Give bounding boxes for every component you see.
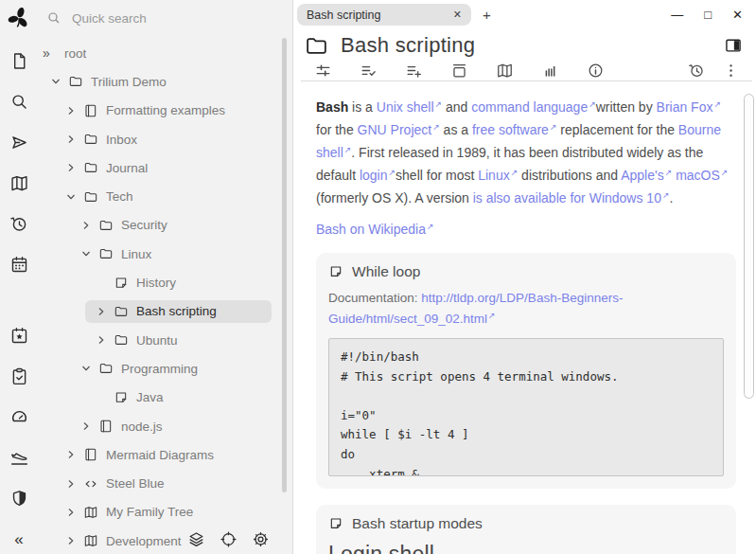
- chevron-right-icon[interactable]: [79, 219, 98, 232]
- new-tab-button[interactable]: +: [483, 7, 491, 23]
- tree-item-programming[interactable]: Programming: [38, 354, 292, 383]
- note-revisions-button[interactable]: [688, 62, 707, 80]
- book-icon: [83, 447, 103, 462]
- chevron-down-icon[interactable]: [49, 75, 68, 88]
- tree-item-bash-scripting[interactable]: Bash scripting: [38, 297, 292, 326]
- chevron-right-icon[interactable]: [64, 448, 83, 461]
- note-paths-button[interactable]: [450, 62, 469, 80]
- external-link-icon: ↗: [721, 168, 729, 177]
- card-header[interactable]: Bash startup modes: [328, 515, 724, 532]
- close-button[interactable]: ✕: [732, 9, 743, 21]
- link-login[interactable]: login: [360, 168, 388, 183]
- link-brian-fox[interactable]: Brian Fox: [657, 99, 713, 115]
- scroll-to-active-note-button[interactable]: [220, 530, 237, 548]
- chevron-right-icon[interactable]: [64, 161, 83, 174]
- note-title[interactable]: Bash scripting: [341, 33, 475, 58]
- task-manager-button[interactable]: [7, 365, 31, 387]
- inherited-attributes-button[interactable]: [405, 62, 424, 80]
- tree-item-security[interactable]: Security: [38, 211, 292, 240]
- chevron-down-icon[interactable]: [64, 190, 83, 204]
- owned-attributes-button[interactable]: [360, 62, 378, 80]
- chevron-right-icon[interactable]: [95, 305, 114, 318]
- tree-item-label: Inbox: [106, 133, 137, 147]
- tree-item-node-js[interactable]: node.js: [38, 412, 292, 440]
- tree-item-trilium-demo[interactable]: Trilium Demo: [38, 67, 292, 96]
- maximize-button[interactable]: □: [704, 9, 712, 21]
- note-tree-panel: Quick search »rootTrilium DemoFormatting…: [38, 0, 292, 554]
- jump-to-note-button[interactable]: [7, 131, 31, 153]
- toggle-right-pane-icon[interactable]: [724, 36, 743, 55]
- chevron-right-icon[interactable]: [64, 104, 83, 117]
- link-is-also-available-for-windows-10[interactable]: is also available for Windows 10: [473, 190, 661, 206]
- tree-item-history[interactable]: History: [38, 268, 292, 296]
- chevron-right-icon[interactable]: [95, 333, 114, 347]
- calendar-button[interactable]: [7, 253, 31, 276]
- external-link-icon: ↗: [665, 168, 673, 177]
- card-header[interactable]: While loop: [328, 263, 724, 280]
- documentation-label: Documentation:: [328, 291, 421, 305]
- link-unix-shell[interactable]: Unix shell: [377, 99, 434, 115]
- link-gnu-project[interactable]: GNU Project: [358, 122, 432, 137]
- search-button[interactable]: [7, 90, 31, 113]
- similar-notes-button[interactable]: [541, 62, 560, 80]
- chevrons-left-icon: «: [14, 531, 23, 547]
- note-map-button[interactable]: [496, 62, 515, 80]
- chevron-right-icon[interactable]: [64, 133, 83, 146]
- tree-item-inbox[interactable]: Inbox: [38, 125, 292, 153]
- bookmarks-button[interactable]: [7, 324, 31, 347]
- tab-bash-scripting[interactable]: Bash scripting ✕: [297, 4, 471, 26]
- travel-button[interactable]: [7, 446, 31, 469]
- search-icon: [46, 10, 62, 26]
- tab-close-icon[interactable]: ✕: [453, 9, 462, 21]
- code-block[interactable]: #!/bin/bash # This script opens 4 termin…: [328, 338, 724, 476]
- link-free-software[interactable]: free software: [472, 122, 549, 137]
- root-expander-icon[interactable]: »: [43, 45, 62, 61]
- minimize-button[interactable]: —: [671, 9, 683, 21]
- new-note-button[interactable]: [7, 49, 31, 72]
- bash-wikipedia-link[interactable]: Bash on Wikipedia: [316, 222, 426, 237]
- link-command-language[interactable]: command language: [471, 99, 588, 115]
- content-scrollbar[interactable]: [744, 94, 754, 554]
- chevron-down-icon[interactable]: [79, 362, 98, 375]
- tree-item-label: Tech: [106, 189, 133, 204]
- chevron-right-icon[interactable]: [64, 534, 83, 547]
- tree-item-linux[interactable]: Linux: [38, 240, 292, 268]
- chevron-right-icon[interactable]: [64, 477, 83, 491]
- list-check-icon: [360, 62, 378, 80]
- tree-item-steel-blue[interactable]: Steel Blue: [38, 469, 292, 497]
- link-linux[interactable]: Linux: [478, 168, 509, 183]
- basic-properties-button[interactable]: [314, 62, 333, 80]
- calendar-icon: [9, 255, 29, 275]
- protected-session-button[interactable]: [7, 487, 31, 509]
- sync-status-button[interactable]: [187, 530, 205, 548]
- tab-label: Bash scripting: [307, 9, 381, 22]
- chevron-right-icon[interactable]: [79, 420, 98, 433]
- card-title[interactable]: While loop: [352, 263, 420, 280]
- tree-item-mermaid-diagrams[interactable]: Mermaid Diagrams: [38, 440, 292, 469]
- dashboard-button[interactable]: [7, 405, 31, 428]
- tree-item-journal[interactable]: Journal: [38, 153, 292, 182]
- chevron-down-icon[interactable]: [79, 247, 98, 260]
- content-scrollbar-thumb[interactable]: [744, 94, 754, 399]
- recent-changes-button[interactable]: [7, 212, 31, 235]
- note-actions-menu-button[interactable]: [722, 62, 741, 80]
- quick-search-input[interactable]: Quick search: [38, 0, 292, 36]
- link-macos[interactable]: macOS: [676, 168, 720, 183]
- note-map-button[interactable]: [7, 171, 31, 194]
- tree-item-tech[interactable]: Tech: [38, 182, 292, 210]
- tree-item-root[interactable]: »root: [38, 39, 292, 67]
- chevron-right-icon[interactable]: [64, 506, 83, 519]
- link-apple-s[interactable]: Apple's: [621, 168, 663, 183]
- tree-item-formatting-examples[interactable]: Formatting examples: [38, 97, 292, 125]
- tree-settings-button[interactable]: [252, 530, 270, 548]
- tree-item-my-family-tree[interactable]: My Family Tree: [38, 498, 292, 527]
- note-icon: [114, 276, 133, 291]
- tree-item-java[interactable]: Java: [38, 384, 292, 412]
- external-link-icon: ↗: [589, 99, 596, 109]
- card-title[interactable]: Bash startup modes: [352, 515, 483, 532]
- tree-item-ubuntu[interactable]: Ubuntu: [38, 326, 292, 354]
- note-info-button[interactable]: [587, 62, 606, 80]
- tree-scrollbar[interactable]: [282, 38, 287, 492]
- book-icon: [83, 103, 103, 118]
- collapse-pane-button[interactable]: «: [7, 527, 31, 550]
